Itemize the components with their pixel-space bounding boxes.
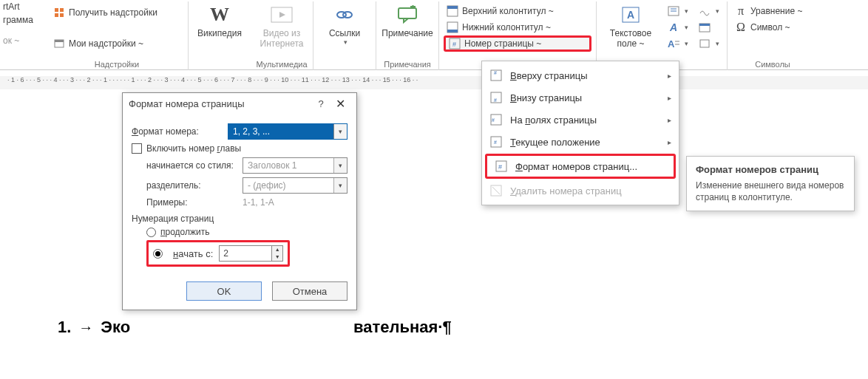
svg-rect-3 [60, 13, 64, 17]
spin-up-icon[interactable]: ▲ [272, 246, 282, 253]
online-video-button[interactable]: Видео из Интернета [255, 1, 308, 50]
dropcap-icon: A [668, 38, 679, 49]
header-button[interactable]: Верхний колонтитул ~ [444, 3, 591, 19]
menu-current-position[interactable]: # Текущее положение ▸ [482, 131, 679, 153]
comment-icon [396, 3, 419, 27]
close-button[interactable]: ✕ [330, 97, 350, 111]
object-button[interactable]: ▾ [696, 35, 722, 52]
text-box-button[interactable]: A Текстовое поле ~ [601, 1, 660, 50]
group-comments: Примечание Примечания [376, 1, 439, 70]
style-label: начинается со стиля: [146, 160, 243, 171]
equation-button[interactable]: π Уравнение ~ [732, 3, 813, 19]
page-numbering-group-label: Нумерация страниц [132, 214, 347, 224]
date-time-button[interactable] [696, 19, 722, 35]
footer-icon [447, 21, 458, 33]
bottom-page-icon: # [489, 91, 503, 104]
footer-button[interactable]: Нижний колонтитул ~ [444, 19, 591, 35]
my-addins-button[interactable]: Мои надстройки ~ [50, 35, 183, 52]
list-number: 1. [58, 318, 71, 337]
menu-page-margins[interactable]: # На полях страницы ▸ [482, 109, 679, 131]
menu-bottom-of-page[interactable]: # Внизу страницы ▸ [482, 86, 679, 109]
wordart-button[interactable]: A▾ [665, 19, 691, 35]
parts-icon [668, 5, 679, 17]
menu-format-page-numbers[interactable]: # Формат номеров страниц... [487, 156, 674, 177]
wikipedia-button[interactable]: W Википедия [193, 1, 246, 40]
chevron-down-icon: ▾ [333, 124, 347, 139]
style-value: Заголовок 1 [243, 160, 333, 171]
submenu-arrow-icon: ▸ [668, 116, 671, 124]
continue-label: продолжить [160, 227, 209, 237]
tooltip-title: Формат номеров страниц [696, 164, 845, 175]
current-pos-icon: # [489, 135, 503, 148]
svg-point-9 [343, 12, 352, 18]
tooltip-format-page-numbers: Формат номеров страниц Изменение внешнег… [686, 156, 855, 211]
chevron-down-icon: ▾ [333, 158, 347, 173]
wikipedia-label: Википедия [197, 28, 242, 38]
svg-rect-1 [60, 8, 64, 12]
symbol-button[interactable]: Ω Символ ~ [732, 19, 813, 35]
include-chapter-checkbox[interactable] [132, 143, 142, 154]
chevron-down-icon: ▾ [333, 178, 347, 193]
cancel-button[interactable]: Отмена [272, 281, 347, 301]
object-icon [699, 38, 711, 49]
dialog-title-text: Формат номера страницы [129, 98, 312, 109]
ok-button[interactable]: OK [186, 281, 262, 301]
page-number-button[interactable]: # Номер страницы ~ [444, 35, 591, 52]
header-icon [447, 5, 458, 17]
wordart-icon: A [668, 21, 679, 33]
comment-label: Примечание [382, 28, 433, 38]
text-box-label: Текстовое поле ~ [603, 28, 659, 49]
footer-label: Нижний колонтитул ~ [462, 22, 551, 33]
svg-text:A: A [668, 38, 675, 49]
group-media-label: Мультимедиа [256, 60, 307, 70]
svg-text:#: # [492, 117, 495, 123]
start-at-radio[interactable] [153, 249, 163, 259]
submenu-arrow-icon: ▸ [668, 72, 671, 80]
header-label: Верхний колонтитул ~ [462, 6, 554, 16]
svg-rect-0 [55, 8, 58, 12]
svg-rect-5 [55, 40, 64, 42]
chapter-style-select: Заголовок 1 ▾ [243, 157, 347, 174]
menu-remove-page-numbers: Удалить номера страниц [482, 180, 679, 202]
store-icon [53, 7, 65, 18]
spin-down-icon[interactable]: ▼ [272, 253, 282, 261]
group-addins-label: Надстройки [95, 60, 139, 70]
start-at-value: 2 [220, 248, 271, 259]
links-label: Ссылки [329, 28, 360, 38]
quick-parts-button[interactable]: ▾ [665, 3, 691, 19]
links-button[interactable]: Ссылки ▾ [318, 1, 371, 47]
start-at-spinner[interactable]: 2 ▲▼ [219, 245, 283, 262]
menu-top-of-page[interactable]: # ВВверху страницыверху страницы ▸ [482, 64, 679, 86]
submenu-arrow-icon: ▸ [668, 138, 671, 146]
video-icon [270, 3, 294, 27]
comment-button[interactable]: Примечание [381, 1, 434, 40]
doc-text-after: вательная·¶ [353, 318, 452, 337]
doc-text-before: Эко [101, 318, 130, 337]
group-media: Видео из Интернета Мультимедиа [251, 1, 313, 70]
symbol-label: Символ ~ [750, 22, 790, 33]
drop-cap-button[interactable]: A▾ [665, 35, 691, 52]
date-icon [699, 21, 711, 33]
number-format-select[interactable]: 1, 2, 3, ... ▾ [228, 123, 347, 140]
svg-rect-2 [55, 13, 58, 17]
number-format-value: 1, 2, 3, ... [228, 126, 333, 137]
ribbon: rtArt грамма ок ~ Получить надстройки Мо… [0, 0, 868, 70]
chevron-down-icon: ▾ [344, 38, 347, 46]
page-number-format-dialog: Формат номера страницы ? ✕ Формат номера… [122, 92, 357, 310]
continue-radio[interactable] [146, 228, 156, 237]
signature-button[interactable]: ▾ [696, 3, 722, 19]
svg-text:A: A [627, 9, 634, 21]
submenu-arrow-icon: ▸ [668, 94, 671, 102]
svg-text:#: # [498, 163, 502, 171]
separator-value: - (дефис) [243, 180, 333, 191]
separator-select: - (дефис) ▾ [243, 177, 347, 194]
text-box-icon: A [619, 3, 642, 27]
svg-text:#: # [452, 41, 456, 48]
get-addins-button[interactable]: Получить надстройки [50, 4, 183, 21]
svg-text:#: # [494, 98, 497, 103]
include-chapter-label: Включить номер главы [146, 143, 241, 154]
examples-label: Примеры: [146, 197, 243, 208]
help-button[interactable]: ? [312, 98, 330, 109]
margins-page-icon: # [489, 113, 503, 126]
my-addins-label: Мои надстройки ~ [69, 38, 143, 49]
